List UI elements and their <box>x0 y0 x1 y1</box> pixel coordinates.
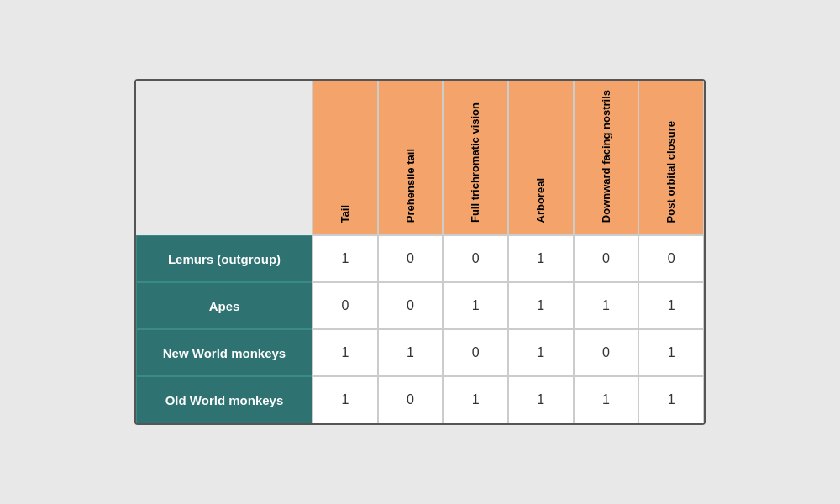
cell-new-world-monkeys-full-trichromatic-vision: 0 <box>443 329 508 376</box>
col-header-tail: Tail <box>312 81 378 235</box>
col-header-post-orbital-closure-label: Post orbital closure <box>664 121 678 223</box>
cell-old-world-monkeys-post-orbital-closure: 1 <box>638 376 704 423</box>
cell-new-world-monkeys-tail: 1 <box>312 329 378 376</box>
cell-old-world-monkeys-downward-facing-nostrils: 1 <box>574 376 639 423</box>
cell-old-world-monkeys-arboreal: 1 <box>508 376 574 423</box>
col-header-arboreal: Arboreal <box>508 81 574 235</box>
cell-lemurs-downward-facing-nostrils: 0 <box>574 235 639 282</box>
cell-apes-tail: 0 <box>312 282 378 329</box>
col-header-prehensile-tail-label: Prehensile tail <box>404 149 417 223</box>
row-header-new-world-monkeys: New World monkeys <box>136 329 312 376</box>
row-header-lemurs: Lemurs (outgroup) <box>136 235 312 282</box>
col-header-arboreal-label: Arboreal <box>534 178 548 223</box>
cell-new-world-monkeys-arboreal: 1 <box>508 329 574 376</box>
cell-old-world-monkeys-prehensile-tail: 0 <box>378 376 444 423</box>
row-header-apes: Apes <box>136 282 312 329</box>
col-header-tail-label: Tail <box>339 205 352 223</box>
col-header-post-orbital-closure: Post orbital closure <box>638 81 704 235</box>
cell-lemurs-prehensile-tail: 0 <box>378 235 444 282</box>
row-header-old-world-monkeys-label: Old World monkeys <box>165 393 284 407</box>
cell-lemurs-post-orbital-closure: 0 <box>638 235 704 282</box>
cell-apes-arboreal: 1 <box>508 282 574 329</box>
row-header-old-world-monkeys: Old World monkeys <box>136 376 312 423</box>
cell-new-world-monkeys-post-orbital-closure: 1 <box>638 329 704 376</box>
cell-lemurs-tail: 1 <box>312 235 378 282</box>
cell-apes-prehensile-tail: 0 <box>378 282 444 329</box>
row-header-apes-label: Apes <box>209 299 240 313</box>
cell-new-world-monkeys-prehensile-tail: 1 <box>378 329 444 376</box>
col-header-downward-facing-nostrils-label: Downward facing nostrils <box>600 90 613 223</box>
col-header-full-trichromatic-vision-label: Full trichromatic vision <box>469 102 482 223</box>
cell-apes-post-orbital-closure: 1 <box>638 282 704 329</box>
cell-apes-full-trichromatic-vision: 1 <box>443 282 508 329</box>
cell-old-world-monkeys-tail: 1 <box>312 376 378 423</box>
col-header-prehensile-tail: Prehensile tail <box>378 81 444 235</box>
col-header-downward-facing-nostrils: Downward facing nostrils <box>574 81 639 235</box>
col-header-full-trichromatic-vision: Full trichromatic vision <box>443 81 508 235</box>
table-grid: Tail Prehensile tail Full trichromatic v… <box>136 81 704 423</box>
header-empty-cell <box>136 81 312 235</box>
cell-new-world-monkeys-downward-facing-nostrils: 0 <box>574 329 639 376</box>
cell-lemurs-arboreal: 1 <box>508 235 574 282</box>
cell-old-world-monkeys-full-trichromatic-vision: 1 <box>443 376 508 423</box>
cell-lemurs-full-trichromatic-vision: 0 <box>443 235 508 282</box>
cell-apes-downward-facing-nostrils: 1 <box>574 282 639 329</box>
main-table: Tail Prehensile tail Full trichromatic v… <box>134 79 706 425</box>
row-header-lemurs-label: Lemurs (outgroup) <box>168 252 281 266</box>
row-header-new-world-monkeys-label: New World monkeys <box>163 346 286 360</box>
